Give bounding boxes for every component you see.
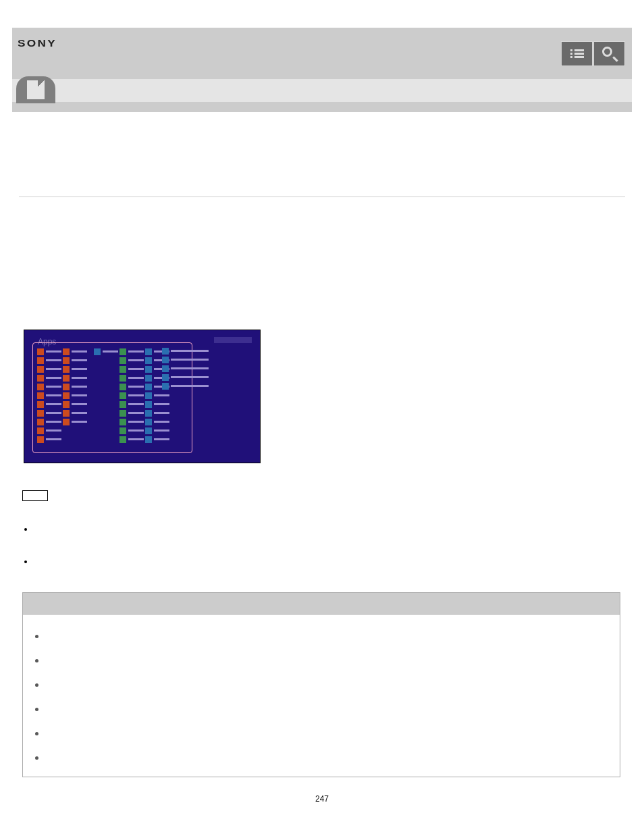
header-toolbar — [561, 41, 625, 67]
search-icon — [602, 47, 617, 61]
related-topics-box — [22, 592, 620, 777]
page-header: SONY — [12, 28, 632, 79]
list-item — [35, 721, 608, 746]
apps-screenshot: Apps — [24, 330, 261, 463]
list-item — [35, 697, 608, 721]
sub-header-bar — [12, 79, 632, 102]
section-divider — [19, 197, 625, 197]
search-button[interactable] — [593, 41, 625, 66]
list-item — [24, 546, 27, 578]
manual-icon — [16, 76, 55, 103]
note-label-box — [22, 490, 48, 501]
related-topics-header — [23, 593, 620, 615]
list-item — [35, 673, 608, 697]
list-icon — [570, 48, 584, 59]
apps-search-placeholder — [214, 337, 252, 343]
list-item — [35, 746, 608, 770]
list-item — [35, 624, 608, 648]
list-item — [35, 648, 608, 673]
related-topics-body — [23, 615, 620, 777]
menu-list-button[interactable] — [561, 41, 593, 66]
sony-logo: SONY — [18, 37, 57, 49]
note-list — [24, 513, 27, 578]
list-item — [24, 513, 27, 546]
page-number: 247 — [0, 794, 644, 804]
